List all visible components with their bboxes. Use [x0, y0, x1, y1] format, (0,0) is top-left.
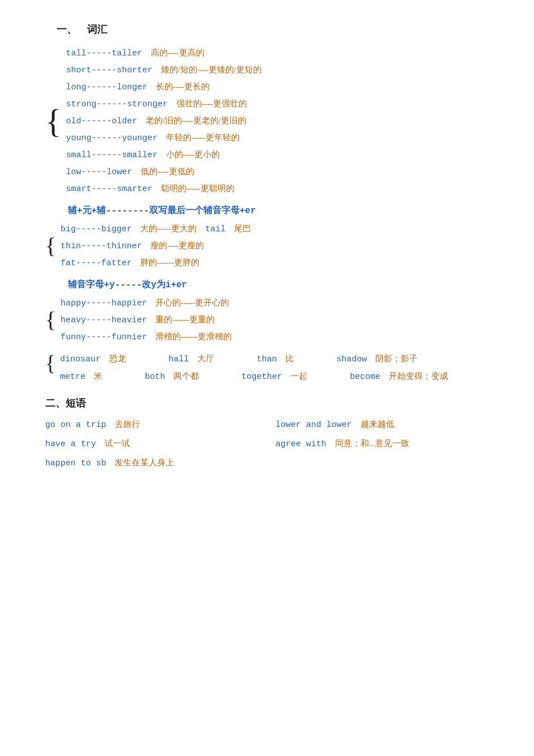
list-item: smart-----smarter 聪明的-----更聪明的: [66, 181, 262, 197]
list-item: old------older 老的/旧的----更老的/更旧的: [66, 113, 262, 129]
list-item: tall-----taller 高的----更高的: [66, 45, 262, 61]
list-item: young------younger 年轻的-----更年轻的: [66, 130, 262, 146]
vocab-list-1: tall-----taller 高的----更高的short-----short…: [66, 45, 262, 197]
vocab-list-2: big-----bigger 大的-----更大的 tail 尾巴thin---…: [60, 221, 251, 271]
rule1-title: 辅+元+辅--------双写最后一个辅音字母+er: [68, 205, 500, 217]
list-item: have a try 试一试: [45, 435, 270, 453]
extra-line-2: metre 米 both 两个都 together 一起 become 开始变得…: [60, 368, 448, 386]
list-item: thin-----thinner 瘦的----更瘦的: [60, 238, 251, 254]
extra-line-1: dinosaur 恐龙 hall 大厅 than 比 shadow 阴影；影子: [60, 351, 448, 368]
left-brace-2: {: [45, 235, 56, 257]
bracket-left-1: {: [45, 45, 62, 197]
list-item: agree with 同意；和...意见一致: [276, 435, 501, 453]
list-item: small------smaller 小的----更小的: [66, 147, 262, 163]
group3-bracket-group: { happy-----happier 开心的-----更开心的heavy---…: [45, 295, 500, 345]
section2-title: 二、短语: [45, 396, 500, 410]
left-brace-3: {: [45, 309, 56, 331]
list-item: happen to sb 发生在某人身上: [45, 454, 500, 472]
list-item: heavy-----heavier 重的------更重的: [60, 312, 232, 328]
list-item: funny-----funnier 滑稽的------更滑稽的: [60, 329, 232, 345]
list-item: lower and lower 越来越低: [276, 416, 501, 434]
list-item: fat-----fatter 胖的------更胖的: [60, 255, 251, 271]
rule2-title: 辅音字母+y-----改y为i+er: [68, 279, 500, 291]
bracket-left-2: {: [45, 221, 56, 271]
list-item: strong------stronger 强壮的----更强壮的: [66, 96, 262, 112]
list-item: big-----bigger 大的-----更大的 tail 尾巴: [60, 221, 251, 237]
list-item: happy-----happier 开心的-----更开心的: [60, 295, 232, 311]
extra-vocab-row: { dinosaur 恐龙 hall 大厅 than 比 shadow 阴影；影…: [45, 351, 500, 385]
section1-title: 一、 词汇: [45, 23, 500, 36]
extra-vocab-content: dinosaur 恐龙 hall 大厅 than 比 shadow 阴影；影子 …: [60, 351, 448, 385]
group1-bracket-group: { tall-----taller 高的----更高的short-----sho…: [45, 45, 500, 197]
list-item: long------longer 长的----更长的: [66, 79, 262, 95]
list-item: short-----shorter 矮的/短的----更矮的/更短的: [66, 62, 262, 78]
vocab-list-3: happy-----happier 开心的-----更开心的heavy-----…: [60, 295, 232, 345]
bracket-left-3: {: [45, 295, 56, 345]
phrases-grid: go on a trip 去旅行lower and lower 越来越低have…: [45, 416, 500, 472]
left-brace-1: {: [45, 104, 62, 138]
list-item: low-----lower 低的----更低的: [66, 164, 262, 180]
group2-bracket-group: { big-----bigger 大的-----更大的 tail 尾巴thin-…: [45, 221, 500, 271]
left-brace-extra: {: [45, 352, 55, 375]
list-item: go on a trip 去旅行: [45, 416, 270, 434]
